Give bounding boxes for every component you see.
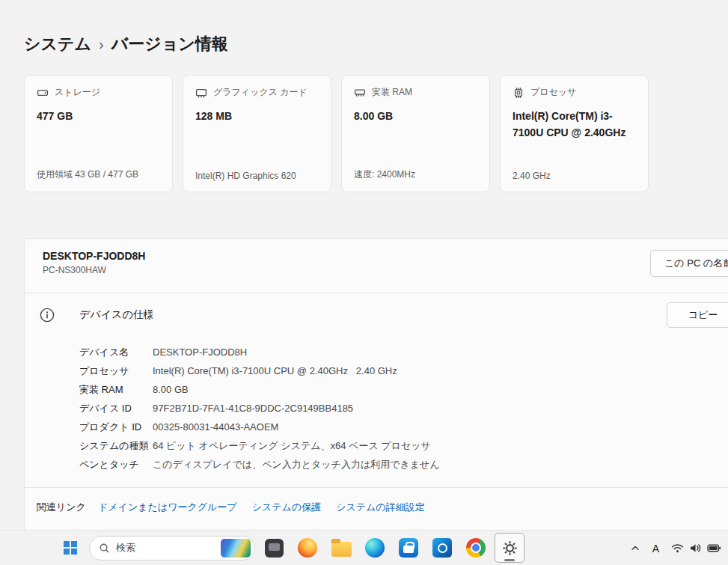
device-specs-title: デバイスの仕様 bbox=[79, 308, 154, 322]
breadcrumb: システム › バージョン情報 bbox=[24, 33, 228, 55]
card-footnote: 2.40 GHz bbox=[513, 171, 636, 181]
processor-card: プロセッサ Intel(R) Core(TM) i3-7100U CPU @ 2… bbox=[500, 75, 649, 192]
related-links-section: 関連リンク ドメインまたはワークグループ システムの保護 システムの詳細設定 bbox=[25, 487, 728, 526]
taskbar: 検索 A bbox=[0, 530, 728, 565]
table-row: システムの種類 64 ビット オペレーティング システム、x64 ベース プロセ… bbox=[79, 436, 728, 455]
taskbar-app-file-explorer[interactable] bbox=[326, 533, 356, 563]
copy-button[interactable]: コピー bbox=[667, 302, 728, 328]
card-value: 477 GB bbox=[37, 109, 160, 125]
hidden-icons-button[interactable] bbox=[625, 534, 646, 563]
card-label: グラフィックス カード bbox=[213, 86, 308, 99]
about-panel: DESKTOP-FJODD8H PC-NS300HAW この PC の名前を デ… bbox=[24, 238, 728, 552]
summary-cards: ストレージ 477 GB 使用領域 43 GB / 477 GB グラフィックス… bbox=[24, 75, 649, 192]
search-icon bbox=[99, 543, 110, 554]
graphics-card: グラフィックス カード 128 MB Intel(R) HD Graphics … bbox=[183, 75, 331, 192]
wifi-icon bbox=[671, 543, 684, 554]
device-model: PC-NS300HAW bbox=[43, 265, 728, 275]
table-row: デバイス ID 97F2B71D-7FA1-41C8-9DDC-2C9149BB… bbox=[79, 399, 728, 418]
microsoft-store-icon bbox=[399, 538, 418, 558]
card-footnote: Intel(R) HD Graphics 620 bbox=[195, 171, 319, 181]
device-name-section: DESKTOP-FJODD8H PC-NS300HAW この PC の名前を bbox=[25, 239, 728, 293]
storage-icon bbox=[37, 87, 49, 99]
search-placeholder: 検索 bbox=[116, 541, 215, 555]
spec-label: プロセッサ bbox=[79, 361, 153, 380]
search-input[interactable]: 検索 bbox=[89, 536, 255, 561]
table-row: プロダクト ID 00325-80031-44043-AAOEM bbox=[79, 418, 728, 436]
spec-value: 97F2B71D-7FA1-41C8-9DDC-2C9149BB4185 bbox=[153, 399, 353, 418]
table-row: ペンとタッチ このディスプレイでは、ペン入力とタッチ入力は利用できません bbox=[79, 455, 728, 474]
link-system-protection[interactable]: システムの保護 bbox=[252, 501, 322, 514]
search-highlights-icon[interactable] bbox=[221, 539, 251, 558]
taskbar-app-outlook[interactable] bbox=[427, 533, 457, 563]
page-title: バージョン情報 bbox=[111, 33, 228, 55]
taskbar-apps: 検索 bbox=[55, 533, 524, 563]
info-icon bbox=[40, 308, 55, 323]
dark-app-icon bbox=[265, 539, 284, 558]
card-header: グラフィックス カード bbox=[195, 86, 319, 99]
device-name: DESKTOP-FJODD8H bbox=[43, 250, 728, 262]
breadcrumb-system[interactable]: システム bbox=[24, 33, 91, 55]
spec-value: Intel(R) Core(TM) i3-7100U CPU @ 2.40GHz… bbox=[153, 361, 397, 380]
taskbar-app-edge[interactable] bbox=[360, 533, 390, 563]
spec-label: ペンとタッチ bbox=[79, 455, 153, 474]
system-tray: A bbox=[625, 531, 727, 565]
card-label: 実装 RAM bbox=[372, 86, 412, 99]
ime-mode-button[interactable]: A bbox=[647, 534, 664, 563]
device-specs-header: デバイスの仕様 コピー bbox=[25, 293, 728, 337]
link-advanced-system-settings[interactable]: システムの詳細設定 bbox=[336, 501, 425, 514]
card-header: 実装 RAM bbox=[354, 86, 477, 99]
table-row: プロセッサ Intel(R) Core(TM) i3-7100U CPU @ 2… bbox=[79, 361, 728, 380]
status-tray-button[interactable] bbox=[666, 534, 727, 563]
device-specs-table: デバイス名 DESKTOP-FJODD8H プロセッサ Intel(R) Cor… bbox=[25, 337, 728, 487]
card-footnote: 使用領域 43 GB / 477 GB bbox=[37, 168, 160, 181]
card-value: Intel(R) Core(TM) i3-7100U CPU @ 2.40GHz bbox=[513, 109, 636, 141]
card-header: プロセッサ bbox=[513, 86, 636, 99]
spec-value: このディスプレイでは、ペン入力とタッチ入力は利用できません bbox=[153, 455, 440, 474]
spec-label: 実装 RAM bbox=[79, 380, 153, 399]
taskbar-app-store[interactable] bbox=[394, 533, 423, 563]
taskbar-app-dark-window[interactable] bbox=[259, 533, 289, 563]
related-links-label: 関連リンク bbox=[37, 501, 98, 514]
gpu-icon bbox=[195, 87, 207, 99]
breadcrumb-chevron-icon: › bbox=[99, 36, 104, 53]
card-footnote: 速度: 2400MHz bbox=[354, 168, 477, 181]
start-button[interactable] bbox=[55, 533, 85, 563]
spec-label: プロダクト ID bbox=[79, 418, 153, 436]
file-explorer-icon bbox=[331, 542, 352, 557]
table-row: デバイス名 DESKTOP-FJODD8H bbox=[79, 343, 728, 361]
spec-value: DESKTOP-FJODD8H bbox=[153, 343, 247, 361]
taskbar-app-settings[interactable] bbox=[495, 533, 524, 563]
related-links: ドメインまたはワークグループ システムの保護 システムの詳細設定 bbox=[98, 501, 425, 514]
windows-logo-icon bbox=[64, 541, 77, 555]
outlook-icon bbox=[432, 538, 452, 558]
card-label: プロセッサ bbox=[530, 86, 576, 99]
firefox-icon bbox=[298, 538, 317, 558]
card-value: 8.00 GB bbox=[354, 109, 477, 125]
volume-icon bbox=[689, 542, 702, 555]
chevron-up-icon bbox=[630, 543, 640, 554]
rename-pc-button[interactable]: この PC の名前を bbox=[650, 250, 728, 277]
spec-label: デバイス ID bbox=[79, 399, 153, 418]
link-domain-workgroup[interactable]: ドメインまたはワークグループ bbox=[98, 501, 237, 514]
taskbar-app-chrome[interactable] bbox=[461, 533, 491, 563]
chrome-icon bbox=[466, 538, 486, 558]
taskbar-app-firefox[interactable] bbox=[293, 533, 322, 563]
ram-icon bbox=[354, 87, 366, 99]
spec-label: デバイス名 bbox=[79, 343, 153, 361]
battery-icon bbox=[707, 543, 721, 553]
storage-card: ストレージ 477 GB 使用領域 43 GB / 477 GB bbox=[24, 75, 173, 192]
ram-card: 実装 RAM 8.00 GB 速度: 2400MHz bbox=[341, 75, 490, 192]
card-label: ストレージ bbox=[55, 86, 100, 99]
card-header: ストレージ bbox=[37, 86, 160, 99]
card-value: 128 MB bbox=[195, 109, 319, 125]
settings-gear-icon bbox=[502, 540, 518, 556]
edge-icon bbox=[365, 538, 385, 558]
device-specs-section: デバイスの仕様 コピー デバイス名 DESKTOP-FJODD8H プロセッサ … bbox=[25, 293, 728, 487]
cpu-icon bbox=[513, 87, 524, 99]
spec-value: 8.00 GB bbox=[153, 380, 189, 399]
table-row: 実装 RAM 8.00 GB bbox=[79, 380, 728, 399]
spec-value: 64 ビット オペレーティング システム、x64 ベース プロセッサ bbox=[153, 436, 431, 455]
spec-value: 00325-80031-44043-AAOEM bbox=[153, 418, 278, 436]
ime-mode-indicator: A bbox=[652, 543, 659, 555]
spec-label: システムの種類 bbox=[79, 436, 153, 455]
